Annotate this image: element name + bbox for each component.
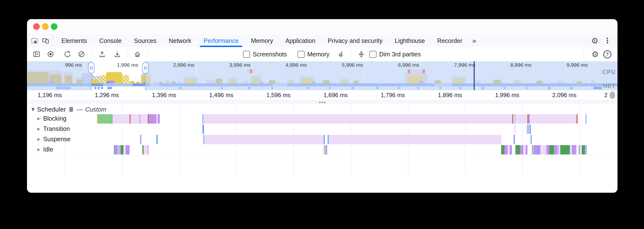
settings-gear-icon[interactable]: ⚙ (588, 37, 601, 45)
trace-event-bar[interactable] (530, 125, 531, 134)
record-and-reload-button[interactable] (64, 50, 72, 58)
trace-event-bar[interactable] (578, 114, 578, 124)
device-toolbar-icon[interactable] (40, 35, 51, 46)
trace-event-bar[interactable] (140, 114, 148, 124)
trace-event-bar[interactable] (149, 114, 156, 124)
tab-application[interactable]: Application (279, 34, 322, 47)
trace-event-bar[interactable] (120, 145, 124, 155)
checkbox-box[interactable] (298, 51, 304, 58)
selection-handle-right[interactable] (142, 62, 148, 74)
row-expander-icon[interactable]: ▶ (37, 137, 40, 141)
trace-event-bar[interactable] (504, 145, 508, 155)
trace-event-bar[interactable] (141, 135, 142, 144)
trace-event-bar[interactable] (530, 135, 532, 144)
tab-recorder[interactable]: Recorder (431, 34, 468, 47)
trace-event-bar[interactable] (576, 145, 577, 155)
trace-event-bar[interactable] (580, 145, 581, 155)
tab-elements[interactable]: Elements (55, 34, 93, 47)
trace-event-bar[interactable] (582, 145, 585, 155)
timeline-overview[interactable]: CPU NET 996 ms1,996 ms2,996 ms3,996 ms4,… (27, 61, 618, 90)
trace-event-bar[interactable] (532, 145, 533, 155)
timeline-ruler[interactable]: 2 1,196 ms1,296 ms1,396 ms1,496 ms1,596 … (27, 90, 618, 100)
checkbox-box[interactable] (369, 51, 376, 58)
trace-event-bar[interactable] (570, 145, 572, 155)
trace-event-bar[interactable] (585, 145, 586, 155)
trace-event-bar[interactable] (158, 114, 160, 124)
trace-event-bar[interactable] (527, 125, 530, 134)
trace-event-bar[interactable] (144, 145, 148, 155)
trace-event-bar[interactable] (124, 145, 126, 155)
more-tabs-button[interactable]: » (468, 36, 480, 45)
tab-privacy-and-security[interactable]: Privacy and security (322, 34, 389, 47)
selection-handle-left[interactable] (88, 62, 94, 74)
dim-3rd-parties-checkbox[interactable]: Dim 3rd parties (369, 50, 421, 58)
trace-event-bar[interactable] (572, 145, 576, 155)
trace-event-bar[interactable] (126, 145, 130, 155)
track-row-suspense[interactable]: ▶Suspense (27, 135, 618, 144)
track-row-idle[interactable]: ▶Idle (27, 145, 618, 155)
toggle-sidebar-button[interactable] (33, 50, 40, 58)
trace-event-bar[interactable] (514, 135, 515, 144)
help-icon[interactable]: ? (603, 50, 611, 58)
record-button[interactable] (47, 50, 54, 58)
trace-event-bar[interactable] (546, 145, 549, 155)
trace-event-bar[interactable] (520, 145, 523, 155)
tab-lighthouse[interactable]: Lighthouse (389, 34, 431, 47)
minimize-window-button[interactable] (42, 23, 48, 30)
garbage-collect-icon[interactable] (337, 50, 345, 58)
trace-event-bar[interactable] (523, 145, 526, 155)
trace-event-bar[interactable] (554, 145, 558, 155)
trace-event-bar[interactable] (538, 145, 540, 155)
trace-event-bar[interactable] (508, 145, 510, 155)
tab-console[interactable]: Console (93, 34, 128, 47)
save-profile-icon[interactable] (114, 50, 121, 58)
trace-event-bar[interactable] (98, 114, 112, 124)
trace-event-bar[interactable] (526, 145, 528, 155)
tab-memory[interactable]: Memory (245, 34, 279, 47)
tab-network[interactable]: Network (163, 34, 198, 47)
track-header-scheduler[interactable]: ▼ Scheduler — Custom (32, 105, 106, 113)
row-expander-icon[interactable]: ▶ (37, 116, 40, 121)
trace-event-bar[interactable] (148, 145, 148, 155)
trace-event-bar[interactable] (329, 135, 502, 144)
trace-event-bar[interactable] (514, 125, 516, 134)
trace-event-bar[interactable] (558, 145, 559, 155)
trace-event-bar[interactable] (549, 145, 554, 155)
trace-event-bar[interactable] (324, 135, 325, 144)
zoom-window-button[interactable] (51, 23, 58, 30)
trace-event-bar[interactable] (114, 145, 114, 155)
trace-event-bar[interactable] (540, 145, 546, 155)
trace-event-bar[interactable] (510, 145, 512, 155)
trace-event-bar[interactable] (501, 145, 504, 155)
memory-checkbox[interactable]: Memory (298, 50, 329, 58)
trace-event-bar[interactable] (586, 114, 586, 124)
screenshots-checkbox[interactable]: Screenshots (243, 50, 287, 58)
row-expander-icon[interactable]: ▶ (37, 127, 40, 131)
trace-event-bar[interactable] (115, 145, 118, 155)
trace-event-bar[interactable] (516, 145, 520, 155)
tab-sources[interactable]: Sources (128, 34, 163, 47)
trace-event-bar[interactable] (156, 135, 158, 144)
track-row-transition[interactable]: ▶Transition (27, 125, 618, 134)
checkbox-box[interactable] (243, 51, 250, 58)
trace-event-bar[interactable] (516, 114, 528, 124)
trace-event-bar[interactable] (118, 145, 120, 155)
row-expander-icon[interactable]: ▶ (37, 147, 40, 152)
inspect-element-icon[interactable] (30, 35, 40, 46)
trace-event-bar[interactable] (533, 145, 538, 155)
trace-event-bar[interactable] (530, 114, 576, 124)
collapse-tracks-icon[interactable] (357, 50, 365, 58)
close-window-button[interactable] (33, 23, 40, 30)
trace-event-bar[interactable] (203, 114, 512, 124)
trace-event-bar[interactable] (130, 114, 140, 124)
trace-event-bar[interactable] (204, 135, 324, 144)
trace-event-bar[interactable] (112, 114, 130, 124)
kebab-menu-icon[interactable]: ⋮ (601, 37, 614, 44)
trace-event-bar[interactable] (560, 145, 570, 155)
tab-performance[interactable]: Performance (197, 34, 245, 47)
trace-event-bar[interactable] (586, 145, 586, 155)
load-profile-icon[interactable] (98, 50, 106, 58)
trace-event-bar[interactable] (326, 145, 327, 155)
scrollbar-thumb[interactable] (610, 91, 615, 99)
clear-button[interactable] (78, 50, 86, 58)
